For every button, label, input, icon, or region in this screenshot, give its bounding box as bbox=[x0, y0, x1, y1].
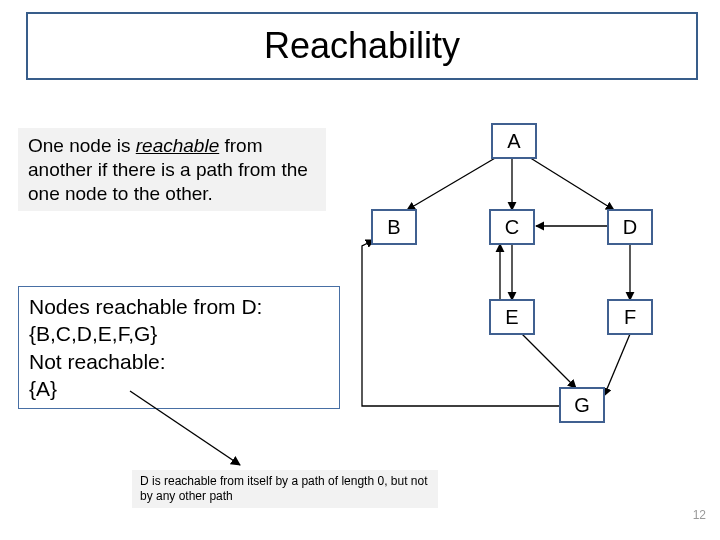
node-f: F bbox=[608, 300, 652, 334]
node-b: B bbox=[372, 210, 416, 244]
svg-line-0 bbox=[130, 391, 240, 465]
node-a: A bbox=[492, 124, 536, 158]
definition-box: One node is reachable from another if th… bbox=[18, 128, 326, 211]
slide-title: Reachability bbox=[264, 25, 460, 67]
node-g: G bbox=[560, 388, 604, 422]
footnote-box: D is reachable from itself by a path of … bbox=[132, 470, 438, 508]
node-c: C bbox=[490, 210, 534, 244]
footnote-text: D is reachable from itself by a path of … bbox=[140, 474, 428, 503]
example-line-3: Not reachable: bbox=[29, 348, 329, 375]
definition-pre: One node is bbox=[28, 135, 136, 156]
node-d-label: D bbox=[623, 216, 637, 238]
node-g-label: G bbox=[574, 394, 590, 416]
node-e: E bbox=[490, 300, 534, 334]
page-number: 12 bbox=[693, 508, 706, 522]
node-d: D bbox=[608, 210, 652, 244]
node-c-label: C bbox=[505, 216, 519, 238]
annotation-arrow bbox=[120, 385, 340, 475]
slide-title-box: Reachability bbox=[26, 12, 698, 80]
example-line-2: {B,C,D,E,F,G} bbox=[29, 320, 329, 347]
node-e-label: E bbox=[505, 306, 518, 328]
reachability-graph: A B C D E F G bbox=[352, 110, 702, 470]
definition-em: reachable bbox=[136, 135, 219, 156]
example-line-1: Nodes reachable from D: bbox=[29, 293, 329, 320]
node-b-label: B bbox=[387, 216, 400, 238]
node-a-label: A bbox=[507, 130, 521, 152]
node-f-label: F bbox=[624, 306, 636, 328]
